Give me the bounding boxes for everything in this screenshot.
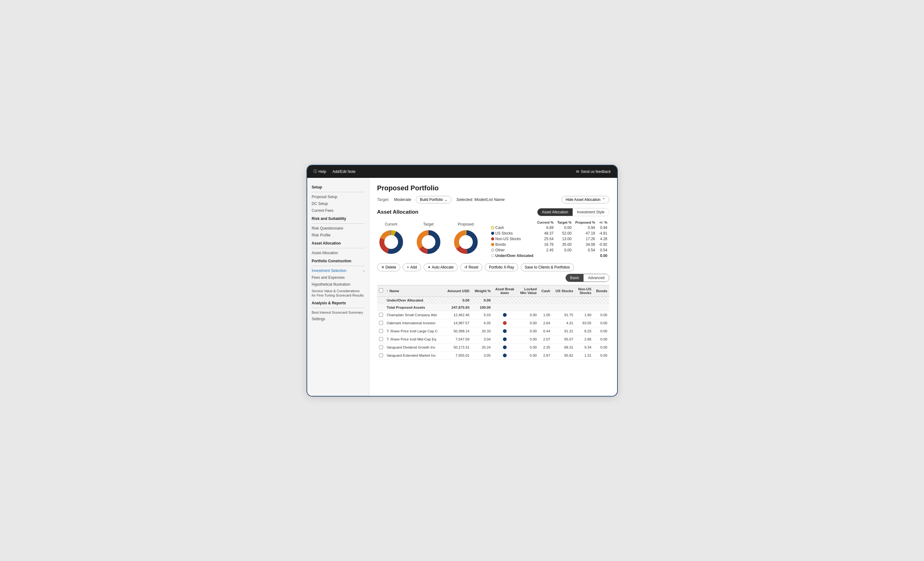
portfolio-xray-btn[interactable]: Portfolio X-Ray [485, 263, 518, 271]
sidebar-item-investment-selection[interactable]: Investment Selection › [307, 267, 369, 274]
reset-btn[interactable]: ↺ Reset [460, 263, 482, 271]
add-btn[interactable]: + Add [403, 263, 421, 271]
row-cash: 1.00 [539, 311, 552, 319]
legend-current-bonds: 16.76 [535, 242, 555, 247]
sidebar-item-proposal-setup[interactable]: Proposal Setup [307, 193, 369, 200]
row-non-us: 1.80 [575, 311, 593, 319]
row-weight: 5.03 [471, 311, 492, 319]
row-checkbox[interactable] [377, 311, 385, 319]
under-over-breakdown [493, 296, 517, 304]
under-over-amount: 0.00 [444, 296, 471, 304]
sidebar-item-risk-questionnaire[interactable]: Risk Questionnaire [307, 225, 369, 232]
add-label: Add [410, 265, 417, 269]
chart-target: Target [414, 222, 442, 256]
row-checkbox[interactable] [377, 335, 385, 343]
table-row: Vanguard Dividend Growth Inv 50,173.31 2… [377, 343, 609, 351]
legend-header-current: Current % [535, 220, 555, 225]
sidebar-item-asset-allocation[interactable]: Asset Allocation [307, 250, 369, 256]
under-over-check [377, 296, 385, 304]
divider [312, 248, 364, 248]
legend-target-cash: 0.00 [555, 225, 574, 230]
row-locked: 0.00 [517, 327, 539, 335]
tab-asset-allocation[interactable]: Asset Allocation [537, 208, 573, 216]
row-locked: 0.00 [517, 335, 539, 343]
chart-target-label: Target [423, 222, 434, 226]
row-cash: 0.44 [539, 327, 552, 335]
legend-proposed-under-over [573, 253, 597, 259]
legend-label-bonds: Bonds [489, 242, 535, 247]
row-name: Champlain Small Company Adv [385, 311, 444, 319]
legend-target-non-us: 13.00 [555, 236, 574, 242]
content-area: Proposed Portfolio Target: Moderate Buil… [369, 178, 617, 396]
help-btn[interactable]: ⓘ Help [314, 169, 327, 174]
row-bonds: 0.00 [593, 351, 609, 359]
row-weight: 20.33 [471, 327, 492, 335]
table-row: T. Rowe Price Instl Large Cap C 50,398.1… [377, 327, 609, 335]
sidebar-item-current-fees[interactable]: Current Fees [307, 207, 369, 214]
th-name[interactable]: ↑ Name [385, 285, 444, 296]
sidebar-item-best-interest[interactable]: Best Interest Scorecard Summary [307, 309, 369, 316]
sidebar-section-setup: Setup [307, 182, 369, 191]
row-checkbox[interactable] [377, 351, 385, 359]
th-weight: Weight % [471, 285, 492, 296]
legend-proposed-cash: 0.94 [573, 225, 597, 230]
row-checkbox[interactable] [377, 327, 385, 335]
reset-icon: ↺ [464, 265, 468, 269]
feedback-btn[interactable]: ✉ Send us feedback [576, 170, 610, 174]
legend-proposed-non-us: 17.26 [573, 236, 597, 242]
delete-btn[interactable]: ✕ Delete [377, 263, 400, 271]
row-amount: 50,173.31 [444, 343, 471, 351]
row-breakdown [493, 351, 517, 359]
sidebar-item-fees-expenses[interactable]: Fees and Expenses [307, 274, 369, 281]
divider [312, 192, 364, 192]
sidebar-item-hypothetical[interactable]: Hypothetical Illustration [307, 281, 369, 288]
row-name: T. Rowe Price Instl Large Cap C [385, 327, 444, 335]
under-over-us [552, 296, 575, 304]
basic-btn[interactable]: Basic [566, 274, 584, 281]
portfolio-xray-label: Portfolio X-Ray [489, 265, 514, 269]
legend-header-target: Target % [555, 220, 574, 225]
sidebar-item-settings[interactable]: Settings [307, 316, 369, 322]
legend-row-cash: Cash 6.89 0.00 0.94 0.94 [489, 225, 609, 230]
row-amount: 12,462.46 [444, 311, 471, 319]
sidebar-section-asset-allocation: Asset Allocation [307, 239, 369, 247]
tab-investment-style[interactable]: Investment Style [573, 208, 609, 216]
legend-dot-us-stocks [491, 232, 494, 235]
table-row: Oakmark International Investor 14,987.57… [377, 319, 609, 327]
row-bonds: 0.00 [593, 343, 609, 351]
table-row: Vanguard Extended Market Inc 7,555.01 3.… [377, 351, 609, 359]
chart-proposed: Proposed [452, 222, 480, 256]
sidebar-item-dc-setup[interactable]: DC Setup [307, 200, 369, 207]
chevron-down-icon: ⌄ [444, 197, 447, 202]
row-checkbox[interactable] [377, 343, 385, 351]
th-locked-min: LockedMin Value [517, 285, 539, 296]
row-weight: 3.04 [471, 335, 492, 343]
build-portfolio-btn[interactable]: Build Portfolio ⌄ [416, 196, 452, 203]
sidebar-item-risk-profile[interactable]: Risk Profile [307, 232, 369, 239]
legend-label-under-over: Under/Over Allocated [489, 253, 535, 259]
add-edit-note-btn[interactable]: Add/Edit Note [332, 170, 356, 174]
row-name: Vanguard Extended Market Inc [385, 351, 444, 359]
advanced-btn[interactable]: Advanced [584, 274, 609, 281]
divider [312, 223, 364, 224]
svg-point-5 [384, 235, 398, 249]
sidebar: Setup Proposal Setup DC Setup Current Fe… [307, 178, 369, 396]
under-over-weight: 0.00 [471, 296, 492, 304]
save-label: Save to Clients & Portfolios [525, 265, 570, 269]
section-header: Asset Allocation Asset Allocation Invest… [377, 208, 609, 216]
chart-current-label: Current [385, 222, 397, 226]
chevron-up-icon: ⌃ [602, 197, 605, 202]
plus-icon: + [407, 265, 409, 269]
allocation-tab-group: Asset Allocation Investment Style [537, 208, 609, 216]
total-bonds [593, 304, 609, 311]
row-us-stocks: 88.31 [552, 343, 575, 351]
row-non-us: 93.05 [575, 319, 593, 327]
help-circle-icon: ⓘ [314, 169, 317, 174]
save-btn[interactable]: Save to Clients & Portfolios [520, 263, 574, 271]
auto-allocate-btn[interactable]: ✦ Auto Allocate [424, 263, 458, 271]
sidebar-item-service-value[interactable]: Service Value & Considerations for Fine-… [307, 288, 369, 299]
hide-asset-allocation-btn[interactable]: Hide Asset Allocation ⌃ [561, 196, 609, 203]
row-checkbox[interactable] [377, 319, 385, 327]
select-all-checkbox[interactable] [379, 289, 383, 292]
asset-allocation-section: Asset Allocation Asset Allocation Invest… [377, 208, 609, 259]
